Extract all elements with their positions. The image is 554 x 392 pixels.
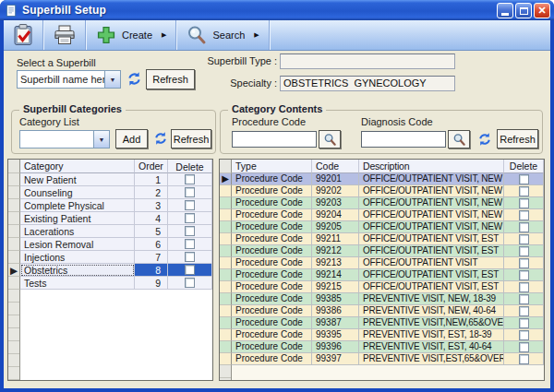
category-cell[interactable]: Obstetrics: [20, 264, 135, 277]
row-selector-arrow-icon[interactable]: ▶: [220, 173, 232, 185]
procedure-row[interactable]: Procedure Code99395PREVENTIVE VISIT, EST…: [220, 329, 544, 341]
code-cell[interactable]: 99397: [312, 353, 359, 365]
delete-checkbox[interactable]: [519, 354, 529, 364]
delete-checkbox[interactable]: [519, 210, 529, 220]
delete-checkbox[interactable]: [185, 200, 195, 210]
print-button[interactable]: [44, 20, 85, 50]
category-row[interactable]: Existing Patient4: [8, 212, 212, 225]
code-cell[interactable]: 99385: [312, 293, 359, 305]
superbill-type-field[interactable]: [280, 53, 455, 69]
description-cell[interactable]: PREVENTIVE VISIT,EST,65&OVER: [359, 353, 504, 365]
close-icon[interactable]: ✕: [534, 3, 550, 18]
diagnosis-code-search-button[interactable]: [448, 130, 470, 148]
category-row[interactable]: ▶Obstetrics8: [8, 264, 212, 277]
row-selector[interactable]: [220, 185, 232, 197]
procedure-row[interactable]: Procedure Code99396PREVENTIVE VISIT, EST…: [220, 341, 544, 353]
row-selector[interactable]: [8, 225, 20, 238]
description-cell[interactable]: PREVENTIVE VISIT,NEW,65&OVER: [359, 317, 504, 329]
column-header-delete[interactable]: Delete: [168, 160, 212, 173]
type-cell[interactable]: Procedure Code: [232, 305, 312, 317]
row-selector[interactable]: [220, 341, 232, 353]
description-cell[interactable]: OFFICE/OUTPATIENT VISIT, EST: [359, 281, 504, 293]
category-row[interactable]: New Patient1: [8, 173, 212, 186]
delete-checkbox[interactable]: [185, 278, 195, 288]
category-row[interactable]: Lacerations5: [8, 225, 212, 238]
code-cell[interactable]: 99212: [312, 245, 359, 257]
category-row[interactable]: Complete Physical3: [8, 199, 212, 212]
row-selector[interactable]: [220, 305, 232, 317]
description-cell[interactable]: PREVENTIVE VISIT, NEW, 40-64: [359, 305, 504, 317]
type-cell[interactable]: Procedure Code: [232, 257, 312, 269]
category-row[interactable]: Injections7: [8, 251, 212, 264]
column-header-type[interactable]: Type: [232, 160, 312, 173]
row-selector[interactable]: [8, 212, 20, 225]
procedure-row[interactable]: Procedure Code99213OFFICE/OUTPATIENT VIS…: [220, 257, 544, 269]
delete-checkbox[interactable]: [519, 330, 529, 340]
description-cell[interactable]: OFFICE/OUTPATIENT VISIT, NEW: [359, 197, 504, 209]
procedure-row[interactable]: Procedure Code99387PREVENTIVE VISIT,NEW,…: [220, 317, 544, 329]
dropdown-arrow-icon[interactable]: ▼: [93, 131, 109, 148]
row-selector[interactable]: [220, 329, 232, 341]
description-cell[interactable]: PREVENTIVE VISIT, EST, 18-39: [359, 329, 504, 341]
category-cell[interactable]: Lacerations: [20, 225, 135, 238]
delete-checkbox[interactable]: [519, 246, 529, 256]
code-cell[interactable]: 99214: [312, 269, 359, 281]
dropdown-arrow-icon[interactable]: ▼: [104, 71, 120, 88]
column-header-category[interactable]: Category: [20, 160, 135, 173]
search-button[interactable]: Search ▶: [177, 20, 268, 50]
title-bar[interactable]: Superbill Setup ✕: [0, 0, 554, 20]
create-button[interactable]: Create ▶: [87, 20, 175, 50]
column-header-delete[interactable]: Delete: [504, 160, 544, 173]
delete-checkbox[interactable]: [519, 174, 529, 184]
description-cell[interactable]: OFFICE/OUTPATIENT VISIT, EST: [359, 269, 504, 281]
save-button[interactable]: [4, 20, 42, 50]
create-menu-arrow-icon[interactable]: ▶: [162, 31, 166, 39]
code-cell[interactable]: 99215: [312, 281, 359, 293]
row-selector[interactable]: [8, 251, 20, 264]
delete-checkbox[interactable]: [519, 294, 529, 304]
description-cell[interactable]: OFFICE/OUTPATIENT VISIT, EST: [359, 245, 504, 257]
specialty-field[interactable]: OBSTETRICS GYNECOLOGY: [280, 76, 455, 91]
refresh-icon[interactable]: [153, 131, 168, 146]
refresh-icon[interactable]: [126, 71, 142, 87]
type-cell[interactable]: Procedure Code: [232, 233, 312, 245]
row-selector[interactable]: [220, 317, 232, 329]
type-cell[interactable]: Procedure Code: [232, 281, 312, 293]
procedure-row[interactable]: Procedure Code99214OFFICE/OUTPATIENT VIS…: [220, 269, 544, 281]
code-cell[interactable]: 99202: [312, 185, 359, 197]
description-cell[interactable]: OFFICE/OUTPATIENT VISIT, NEW: [359, 221, 504, 233]
row-selector[interactable]: [220, 233, 232, 245]
category-row[interactable]: Lesion Removal6: [8, 238, 212, 251]
column-header-order[interactable]: Order: [135, 160, 168, 173]
delete-checkbox[interactable]: [185, 265, 195, 275]
order-cell[interactable]: 7: [135, 251, 168, 264]
delete-checkbox[interactable]: [519, 258, 529, 268]
procedure-row[interactable]: Procedure Code99386PREVENTIVE VISIT, NEW…: [220, 305, 544, 317]
procedure-code-field[interactable]: [232, 131, 317, 148]
type-cell[interactable]: Procedure Code: [232, 293, 312, 305]
procedure-row[interactable]: Procedure Code99205OFFICE/OUTPATIENT VIS…: [220, 221, 544, 233]
order-cell[interactable]: 1: [135, 173, 168, 186]
delete-checkbox[interactable]: [519, 306, 529, 316]
code-cell[interactable]: 99211: [312, 233, 359, 245]
row-selector[interactable]: [8, 277, 20, 290]
order-cell[interactable]: 3: [135, 199, 168, 212]
category-cell[interactable]: New Patient: [20, 173, 135, 186]
code-cell[interactable]: 99203: [312, 197, 359, 209]
procedure-row[interactable]: Procedure Code99204OFFICE/OUTPATIENT VIS…: [220, 209, 544, 221]
code-cell[interactable]: 99387: [312, 317, 359, 329]
category-cell[interactable]: Tests: [20, 277, 135, 290]
code-cell[interactable]: 99201: [312, 173, 359, 185]
delete-checkbox[interactable]: [519, 318, 529, 328]
row-selector[interactable]: [8, 186, 20, 199]
description-cell[interactable]: PREVENTIVE VISIT, EST, 40-64: [359, 341, 504, 353]
row-selector[interactable]: [220, 257, 232, 269]
category-cell[interactable]: Complete Physical: [20, 199, 135, 212]
delete-checkbox[interactable]: [185, 239, 195, 249]
delete-checkbox[interactable]: [519, 282, 529, 292]
procedure-row[interactable]: Procedure Code99212OFFICE/OUTPATIENT VIS…: [220, 245, 544, 257]
refresh-categories-button[interactable]: Refresh: [171, 129, 211, 148]
type-cell[interactable]: Procedure Code: [232, 341, 312, 353]
description-cell[interactable]: OFFICE/OUTPATIENT VISIT, NEW: [359, 209, 504, 221]
category-cell[interactable]: Lesion Removal: [20, 238, 135, 251]
